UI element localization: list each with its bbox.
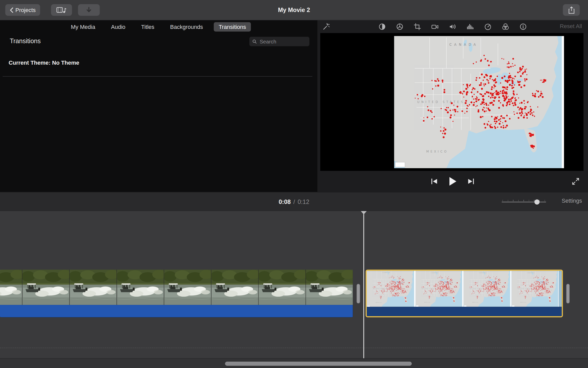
video-preview[interactable]: CANADA UNITED STATES MEXICO [320,33,584,171]
map-dot [478,109,479,111]
map-dot [512,66,513,67]
clip-video-filmstrip [0,270,353,305]
zoom-slider-thumb[interactable] [534,199,540,205]
tab-audio[interactable]: Audio [106,22,130,31]
color-balance-icon[interactable] [378,23,386,30]
map-dot [514,78,515,79]
timeline-guide-dashed-line [0,348,588,348]
playhead-line[interactable] [363,211,364,358]
map-dot [504,97,505,99]
map-dot [542,82,543,83]
horizontal-scrollbar[interactable] [225,362,412,366]
map-dot [540,95,541,96]
map-label-united-states: UNITED STATES [417,100,465,104]
map-dot [534,116,535,117]
map-dot [532,134,534,136]
map-dot [500,91,501,92]
map-dot [512,58,514,60]
map-dot [511,85,513,86]
import-media-button[interactable] [78,4,100,16]
map-dot [507,89,508,90]
timeline-scrollbar-track [0,358,588,368]
map-dot [463,84,464,85]
map-dot [517,80,518,82]
map-dot [444,91,445,93]
speed-icon[interactable] [484,23,492,30]
filmstrip-frame [0,270,22,305]
timeline-zoom-slider[interactable] [502,199,546,205]
map-dot [452,109,453,110]
map-dot [497,126,498,128]
timeline-settings-button[interactable]: Settings [562,198,582,204]
map-dot [512,102,513,104]
map-dot [483,80,484,81]
fullscreen-button[interactable] [571,177,580,186]
map-dot [507,63,508,64]
map-dot [513,90,514,92]
map-dot [444,129,446,131]
play-button[interactable] [448,177,457,186]
clip-trim-handle-left[interactable] [357,284,360,303]
media-browser-button[interactable] [51,4,72,16]
map-dot [524,71,526,73]
tab-titles[interactable]: Titles [136,22,159,31]
map-dot [522,66,524,67]
map-dot [507,101,509,103]
map-dot [495,82,497,83]
map-dot [466,111,468,112]
map-dot [473,102,475,103]
content-browser-panel: My Media Audio Titles Backgrounds Transi… [0,20,317,192]
map-dot [514,76,516,77]
map-dot [511,80,513,82]
map-dot [440,130,442,132]
map-dot [481,94,482,95]
map-dot [467,87,469,88]
map-dot [520,86,522,88]
map-dot [502,104,504,106]
color-correction-icon[interactable] [396,23,403,30]
map-dot [496,118,497,119]
map-dot [504,76,506,77]
map-dot [508,63,510,64]
crop-icon[interactable] [414,23,421,30]
map-dot [465,102,467,104]
map-dot [487,123,488,124]
playhead-handle[interactable] [361,211,367,214]
map-dot [512,77,513,79]
noise-equalizer-icon[interactable] [467,23,474,30]
map-dot [535,96,536,97]
back-to-projects-button[interactable]: Projects [5,4,40,16]
map-dot [466,84,468,86]
filters-icon[interactable] [502,23,509,30]
reset-all-button[interactable]: Reset All [560,23,582,29]
next-frame-button[interactable] [467,178,475,185]
share-button[interactable] [563,4,580,16]
map-dot [494,96,496,98]
timeline-clip-river[interactable] [0,270,353,317]
map-dot [444,133,446,135]
map-dot [532,93,533,94]
map-dot [496,121,497,122]
map-dot [418,98,419,99]
tab-backgrounds[interactable]: Backgrounds [165,22,208,31]
map-dot [519,71,520,72]
map-dot [460,93,461,94]
map-dot [519,103,520,104]
tab-transitions[interactable]: Transitions [214,22,251,31]
map-dot [499,119,500,120]
clip-info-icon[interactable] [519,23,527,30]
tab-my-media[interactable]: My Media [66,22,100,31]
playback-controls [317,171,588,192]
clip-trim-handle-right[interactable] [566,284,570,303]
map-dot [499,93,501,94]
map-dot [533,145,535,147]
timeline-clip-map-selected[interactable] [366,270,563,317]
stabilization-camera-icon[interactable] [431,23,439,30]
search-input[interactable] [259,38,306,45]
map-dot [509,79,510,81]
timeline-area[interactable] [0,211,588,368]
previous-frame-button[interactable] [430,178,438,185]
search-field[interactable] [249,37,310,47]
volume-icon[interactable] [449,23,456,30]
map-dot [518,117,519,119]
